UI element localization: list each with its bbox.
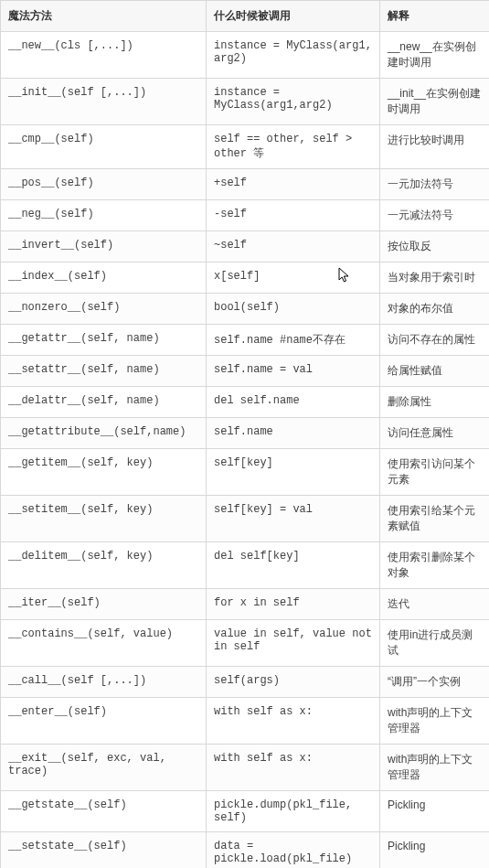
cell-explain: 访问任意属性 xyxy=(380,418,490,449)
cell-method: __exit__(self, exc, val, trace) xyxy=(1,745,207,791)
cell-explain: “调用”一个实例 xyxy=(380,667,490,698)
cell-explain: 一元加法符号 xyxy=(380,169,490,200)
cell-when: del self[key] xyxy=(207,542,380,589)
table-row: __invert__(self)~self按位取反 xyxy=(1,231,490,263)
cell-explain: __init__在实例创建时调用 xyxy=(380,79,490,125)
cell-explain: Pickling xyxy=(380,832,490,869)
table-row: __neg__(self)-self一元减法符号 xyxy=(1,200,490,231)
cell-method: __contains__(self, value) xyxy=(1,620,207,667)
cell-when: self == other, self > other 等 xyxy=(207,125,380,169)
table-row: __getstate__(self)pickle.dump(pkl_file, … xyxy=(1,791,490,832)
cell-when: self[key] = val xyxy=(207,496,380,542)
table-row: __setitem__(self, key)self[key] = val使用索… xyxy=(1,496,490,542)
cell-method: __delitem__(self, key) xyxy=(1,542,207,589)
cell-explain: 访问不存在的属性 xyxy=(380,325,490,356)
cell-when: self.name = val xyxy=(207,356,380,387)
cell-method: __setitem__(self, key) xyxy=(1,496,207,542)
cell-method: __index__(self) xyxy=(1,263,207,294)
table-row: __delitem__(self, key)del self[key]使用索引删… xyxy=(1,542,490,589)
cell-when: with self as x: xyxy=(207,698,380,745)
cell-explain: with声明的上下文管理器 xyxy=(380,698,490,745)
table-row: __delattr__(self, name)del self.name删除属性 xyxy=(1,387,490,418)
cell-method: __setattr__(self, name) xyxy=(1,356,207,387)
cell-when: instance = MyClass(arg1,arg2) xyxy=(207,79,380,125)
cell-method: __new__(cls [,...]) xyxy=(1,32,207,79)
cell-explain: 使用in进行成员测试 xyxy=(380,620,490,667)
table-row: __nonzero__(self)bool(self)对象的布尔值 xyxy=(1,294,490,325)
table-row: __init__(self [,...])instance = MyClass(… xyxy=(1,79,490,125)
cell-explain: 进行比较时调用 xyxy=(380,125,490,169)
cell-method: __neg__(self) xyxy=(1,200,207,231)
magic-methods-table: 魔法方法 什么时候被调用 解释 __new__(cls [,...])insta… xyxy=(0,0,489,868)
table-body: __new__(cls [,...])instance = MyClass(ar… xyxy=(1,32,490,869)
cell-when: x[self] xyxy=(207,263,380,294)
cell-method: __nonzero__(self) xyxy=(1,294,207,325)
cell-when: bool(self) xyxy=(207,294,380,325)
header-row: 魔法方法 什么时候被调用 解释 xyxy=(1,1,490,32)
cell-explain: 一元减法符号 xyxy=(380,200,490,231)
table-row: __getattribute__(self,name)self.name访问任意… xyxy=(1,418,490,449)
cell-explain: 使用索引访问某个元素 xyxy=(380,449,490,496)
cell-method: __getattr__(self, name) xyxy=(1,325,207,356)
cell-when: instance = MyClass(arg1, arg2) xyxy=(207,32,380,79)
cell-explain: 删除属性 xyxy=(380,387,490,418)
cell-method: __invert__(self) xyxy=(1,231,207,263)
cell-when: self(args) xyxy=(207,667,380,698)
table-row: __cmp__(self)self == other, self > other… xyxy=(1,125,490,169)
table-row: __getitem__(self, key)self[key]使用索引访问某个元… xyxy=(1,449,490,496)
cell-when: pickle.dump(pkl_file, self) xyxy=(207,791,380,832)
cell-explain: __new__在实例创建时调用 xyxy=(380,32,490,79)
cell-explain: 按位取反 xyxy=(380,231,490,263)
cell-explain: 使用索引删除某个对象 xyxy=(380,542,490,589)
cell-method: __enter__(self) xyxy=(1,698,207,745)
cell-explain: with声明的上下文管理器 xyxy=(380,745,490,791)
table-row: __iter__(self)for x in self迭代 xyxy=(1,589,490,620)
header-explain: 解释 xyxy=(380,1,490,32)
cell-when: self[key] xyxy=(207,449,380,496)
cell-explain: 迭代 xyxy=(380,589,490,620)
cell-when: with self as x: xyxy=(207,745,380,791)
table-row: __pos__(self)+self一元加法符号 xyxy=(1,169,490,200)
header-method: 魔法方法 xyxy=(1,1,207,32)
cell-explain: Pickling xyxy=(380,791,490,832)
table-row: __enter__(self)with self as x:with声明的上下文… xyxy=(1,698,490,745)
cell-method: __pos__(self) xyxy=(1,169,207,200)
cell-when: +self xyxy=(207,169,380,200)
cell-method: __init__(self [,...]) xyxy=(1,79,207,125)
cell-when: self.name #name不存在 xyxy=(207,325,380,356)
cell-method: __getstate__(self) xyxy=(1,791,207,832)
cell-method: __iter__(self) xyxy=(1,589,207,620)
cell-explain: 对象的布尔值 xyxy=(380,294,490,325)
cell-explain: 给属性赋值 xyxy=(380,356,490,387)
table-row: __exit__(self, exc, val, trace)with self… xyxy=(1,745,490,791)
table-row: __new__(cls [,...])instance = MyClass(ar… xyxy=(1,32,490,79)
cell-method: __delattr__(self, name) xyxy=(1,387,207,418)
cell-method: __setstate__(self) xyxy=(1,832,207,869)
header-when: 什么时候被调用 xyxy=(207,1,380,32)
cell-when: -self xyxy=(207,200,380,231)
cell-when: for x in self xyxy=(207,589,380,620)
cell-when: value in self, value not in self xyxy=(207,620,380,667)
table-row: __index__(self)x[self]当对象用于索引时 xyxy=(1,263,490,294)
cell-method: __getitem__(self, key) xyxy=(1,449,207,496)
table-row: __setattr__(self, name)self.name = val给属… xyxy=(1,356,490,387)
cell-when: del self.name xyxy=(207,387,380,418)
cell-method: __call__(self [,...]) xyxy=(1,667,207,698)
table-row: __call__(self [,...])self(args)“调用”一个实例 xyxy=(1,667,490,698)
cell-method: __cmp__(self) xyxy=(1,125,207,169)
cell-explain: 当对象用于索引时 xyxy=(380,263,490,294)
cell-when: self.name xyxy=(207,418,380,449)
cell-method: __getattribute__(self,name) xyxy=(1,418,207,449)
table-row: __contains__(self, value)value in self, … xyxy=(1,620,490,667)
table-row: __setstate__(self)data = pickle.load(pkl… xyxy=(1,832,490,869)
cell-explain: 使用索引给某个元素赋值 xyxy=(380,496,490,542)
cell-when: ~self xyxy=(207,231,380,263)
cell-when: data = pickle.load(pkl_file) xyxy=(207,832,380,869)
table-row: __getattr__(self, name)self.name #name不存… xyxy=(1,325,490,356)
